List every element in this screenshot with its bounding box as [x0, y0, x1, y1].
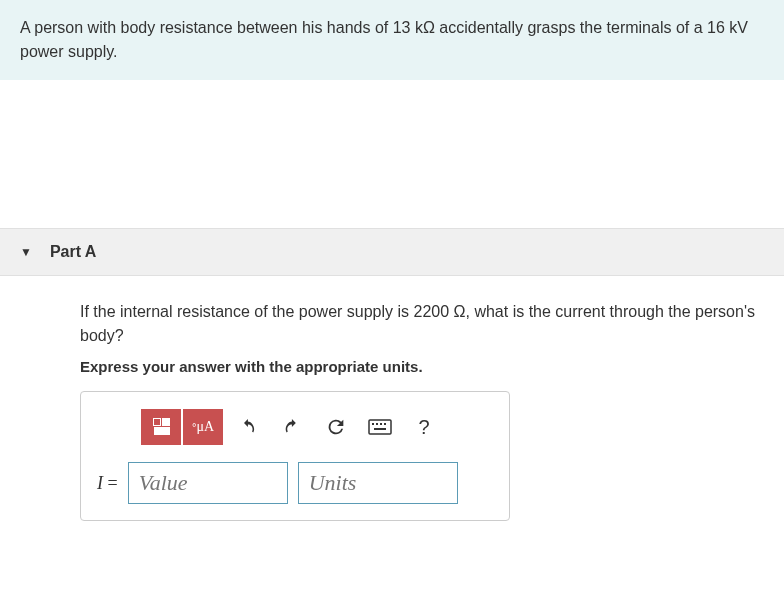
problem-statement: A person with body resistance between hi… [0, 0, 784, 80]
units-format-label: μA [196, 419, 214, 435]
svg-rect-0 [369, 420, 391, 434]
variable-label: I = [97, 473, 118, 494]
undo-icon [237, 416, 259, 438]
problem-unit-r: kΩ [415, 19, 435, 36]
value-input[interactable] [128, 462, 288, 504]
question-before: If the internal resistance of the power … [80, 303, 454, 320]
svg-rect-4 [384, 423, 386, 425]
part-title: Part A [50, 243, 97, 261]
problem-text-3: power supply. [20, 43, 118, 60]
units-input[interactable] [298, 462, 458, 504]
equals-sign: = [103, 473, 118, 493]
svg-rect-5 [374, 428, 386, 430]
help-button[interactable]: ? [405, 408, 443, 446]
fraction-exponent-button[interactable] [141, 409, 181, 445]
problem-unit-v: kV [729, 19, 748, 36]
problem-text-1: A person with body resistance between hi… [20, 19, 415, 36]
svg-rect-3 [380, 423, 382, 425]
question-unit: Ω [454, 303, 466, 320]
instruction-text: Express your answer with the appropriate… [80, 358, 764, 375]
part-header[interactable]: ▼ Part A [0, 228, 784, 276]
part-body: If the internal resistance of the power … [0, 276, 784, 541]
svg-rect-2 [376, 423, 378, 425]
reset-button[interactable] [317, 408, 355, 446]
question-text: If the internal resistance of the power … [80, 300, 764, 348]
toolbar: ° μA ? [97, 408, 493, 446]
collapse-caret-icon[interactable]: ▼ [20, 245, 32, 259]
help-label: ? [418, 416, 429, 439]
redo-button[interactable] [273, 408, 311, 446]
units-format-button[interactable]: ° μA [183, 409, 223, 445]
keyboard-button[interactable] [361, 408, 399, 446]
answer-box: ° μA ? [80, 391, 510, 521]
spacer [0, 80, 784, 228]
math-button-group: ° μA [141, 409, 223, 445]
redo-icon [281, 416, 303, 438]
undo-button[interactable] [229, 408, 267, 446]
reset-icon [325, 416, 347, 438]
keyboard-icon [368, 419, 392, 435]
svg-rect-1 [372, 423, 374, 425]
answer-row: I = [97, 462, 493, 504]
problem-text-2: accidentally grasps the terminals of a 1… [435, 19, 729, 36]
